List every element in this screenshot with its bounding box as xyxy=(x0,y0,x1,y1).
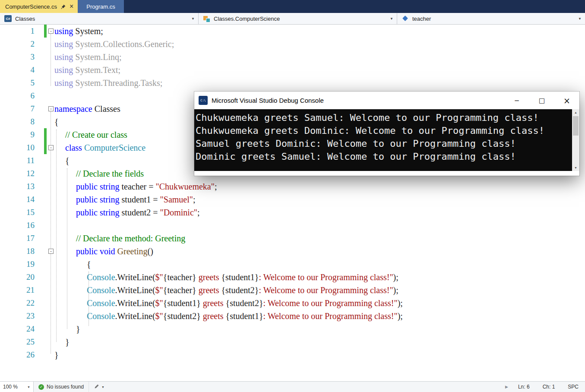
code-text[interactable]: public void Greeting() xyxy=(54,245,153,258)
code-token: ); xyxy=(393,272,398,282)
code-line[interactable]: 16 xyxy=(0,219,585,232)
code-line[interactable]: 23Console.WriteLine($"{student2} greets … xyxy=(0,310,585,322)
issues-indicator[interactable]: ✓ No issues found xyxy=(34,382,89,392)
status-insert-mode[interactable]: SPC xyxy=(561,384,585,390)
code-text[interactable] xyxy=(54,219,76,232)
code-line[interactable]: 20Console.WriteLine($"{teacher} greets {… xyxy=(0,271,585,284)
code-line[interactable]: 13public string teacher = "Chukwuemeka"; xyxy=(0,180,585,193)
console-output-line: Samuel greets Dominic: Welcome to our Pr… xyxy=(194,137,579,150)
code-line[interactable]: 25} xyxy=(0,335,585,348)
editor-margin: - xyxy=(35,25,54,38)
code-text[interactable]: Console.WriteLine($"{student2} greets {s… xyxy=(54,310,403,322)
code-text[interactable]: using System.Text; xyxy=(54,63,120,76)
project-dropdown[interactable]: C# Classes ▼ xyxy=(0,13,199,24)
code-token: // Declare the method: Greeting xyxy=(76,234,185,243)
scrollbar-thumb[interactable] xyxy=(573,116,579,136)
code-text[interactable]: // Create our class xyxy=(54,128,127,141)
code-text[interactable]: { xyxy=(54,258,91,271)
scroll-right-icon[interactable]: ▶ xyxy=(502,385,512,389)
code-text[interactable]: { xyxy=(54,154,70,167)
code-token: {student2} xyxy=(226,298,263,308)
change-bar xyxy=(44,128,47,141)
code-line[interactable]: 14public string student1 = "Samuel"; xyxy=(0,193,585,206)
line-number: 9 xyxy=(0,128,35,141)
editor-margin xyxy=(35,76,54,89)
code-text[interactable]: class ComputerScience xyxy=(54,141,145,154)
code-editor[interactable]: 1-using System;2using System.Collections… xyxy=(0,25,585,381)
member-dropdown[interactable]: teacher ▼ xyxy=(397,13,585,24)
class-icon xyxy=(203,15,210,22)
console-title-bar[interactable]: C:\ Microsoft Visual Studio Debug Consol… xyxy=(194,92,579,109)
code-token: ); xyxy=(398,311,403,321)
code-line[interactable]: 3using System.Linq; xyxy=(0,51,585,63)
fold-toggle-icon[interactable]: - xyxy=(48,249,54,254)
console-scrollbar[interactable]: ▲ ▼ xyxy=(572,109,579,171)
code-text[interactable]: // Declare the method: Greeting xyxy=(54,232,185,245)
scroll-up-icon[interactable]: ▲ xyxy=(572,111,579,114)
code-line[interactable]: 15public string student2 = "Dominic"; xyxy=(0,206,585,219)
zoom-control[interactable]: 100 % ▼ xyxy=(0,382,34,392)
type-dropdown[interactable]: Classes.ComputerScience ▼ xyxy=(199,13,397,24)
code-text[interactable]: namespace Classes xyxy=(54,102,120,115)
code-text[interactable]: using System.Linq; xyxy=(54,51,122,63)
code-text[interactable]: // Declare the fields xyxy=(54,167,144,180)
code-text[interactable]: } xyxy=(54,348,59,361)
code-text[interactable]: Console.WriteLine($"{student1} greets {s… xyxy=(54,297,403,310)
pin-icon[interactable] xyxy=(60,4,66,9)
tab-computerscience-cs[interactable]: ComputerScience.cs × xyxy=(0,0,78,13)
code-line[interactable]: 26} xyxy=(0,348,585,361)
code-text[interactable]: using System.Collections.Generic; xyxy=(54,38,174,51)
console-output: Chukwuemeka greets Samuel: Welcome to ou… xyxy=(194,109,579,171)
code-text[interactable]: using System.Threading.Tasks; xyxy=(54,76,162,89)
scroll-down-icon[interactable]: ▼ xyxy=(572,166,579,169)
close-icon[interactable]: × xyxy=(70,3,73,10)
minimize-icon[interactable]: − xyxy=(504,92,529,109)
fold-toggle-icon[interactable]: - xyxy=(48,145,54,150)
code-token: .WriteLine( xyxy=(115,311,155,321)
status-line[interactable]: Ln: 6 xyxy=(512,384,536,390)
code-line[interactable]: 1-using System; xyxy=(0,25,585,38)
code-token: using xyxy=(54,65,73,75)
code-line[interactable]: 22Console.WriteLine($"{student1} greets … xyxy=(0,297,585,310)
maximize-icon[interactable]: □ xyxy=(529,92,554,109)
code-text[interactable]: public string student2 = "Dominic"; xyxy=(54,206,200,219)
code-line[interactable]: 17// Declare the method: Greeting xyxy=(0,232,585,245)
code-token: {student2} xyxy=(221,285,259,295)
chevron-down-icon: ▼ xyxy=(101,386,104,389)
code-line[interactable]: 5using System.Threading.Tasks; xyxy=(0,76,585,89)
code-text[interactable]: { xyxy=(54,115,59,128)
code-token: // Create our class xyxy=(65,130,127,139)
code-text[interactable]: } xyxy=(54,335,70,348)
check-icon: ✓ xyxy=(38,384,44,390)
editor-margin xyxy=(35,51,54,63)
code-text[interactable]: using System; xyxy=(54,25,103,38)
code-text[interactable]: Console.WriteLine($"{teacher} greets {st… xyxy=(54,284,398,297)
line-number: 19 xyxy=(0,258,35,271)
code-token: .WriteLine( xyxy=(115,298,155,308)
code-token: System.Collections.Generic; xyxy=(73,39,174,49)
code-line[interactable]: 24} xyxy=(0,322,585,335)
pen-icon xyxy=(94,384,99,390)
code-text[interactable]: Console.WriteLine($"{teacher} greets {st… xyxy=(54,271,398,284)
code-token: : Welcome to our Programming class!" xyxy=(263,298,398,308)
code-line[interactable]: 21Console.WriteLine($"{teacher} greets {… xyxy=(0,284,585,297)
code-token: Classes xyxy=(92,104,120,114)
code-token: public string xyxy=(76,182,120,191)
code-token: } xyxy=(76,324,80,334)
tab-program-cs[interactable]: Program.cs xyxy=(78,0,123,13)
code-text[interactable]: } xyxy=(54,322,80,335)
debug-console-window[interactable]: C:\ Microsoft Visual Studio Debug Consol… xyxy=(194,92,579,176)
editor-margin xyxy=(35,38,54,51)
code-line[interactable]: 18-public void Greeting() xyxy=(0,245,585,258)
close-icon[interactable]: × xyxy=(554,92,579,109)
code-line[interactable]: 19{ xyxy=(0,258,585,271)
code-line[interactable]: 4using System.Text; xyxy=(0,63,585,76)
code-text[interactable]: public string student1 = "Samuel"; xyxy=(54,193,196,206)
edit-options-control[interactable]: ▼ xyxy=(89,382,110,392)
fold-toggle-icon[interactable]: - xyxy=(48,106,54,111)
code-text[interactable]: public string teacher = "Chukwuemeka"; xyxy=(54,180,217,193)
status-column[interactable]: Ch: 1 xyxy=(536,384,562,390)
fold-toggle-icon[interactable]: - xyxy=(48,28,54,34)
code-line[interactable]: 2using System.Collections.Generic; xyxy=(0,38,585,51)
editor-margin xyxy=(35,219,54,232)
